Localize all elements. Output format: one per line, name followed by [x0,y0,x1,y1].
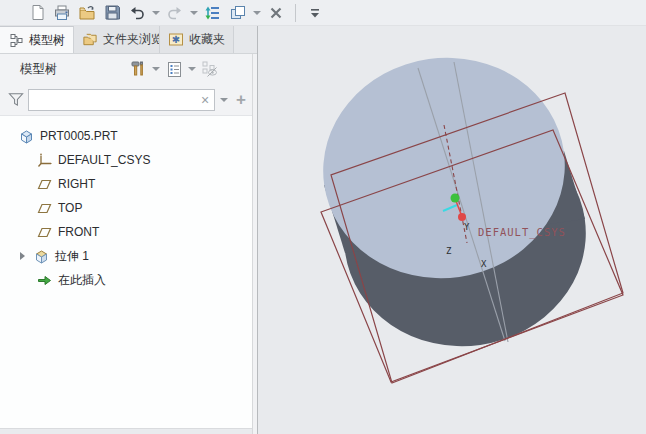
csys-icon [36,152,52,168]
tree-hide-items-icon [199,58,221,80]
navigator-tabbar: 模型树 文件夹浏览器 ✱ 收藏夹 [0,26,257,54]
windows-dropdown-icon[interactable] [253,11,261,15]
tree-search-input[interactable] [29,91,196,109]
datum-plane-icon [36,224,52,240]
datum-plane-icon [36,176,52,192]
axis-label-x: X [481,259,487,269]
tree-item-label: PRT0005.PRT [40,129,118,143]
new-file-icon[interactable] [26,2,48,24]
regenerate-icon[interactable] [202,2,224,24]
tree-item-label: FRONT [58,225,99,239]
quick-access-toolbar [0,0,646,26]
csys-origin-point [451,194,460,203]
save-icon[interactable] [101,2,123,24]
csys-y-point [458,213,466,221]
model-canvas: Y Z X DEFAULT_CSYS [258,26,646,434]
main-area: 模型树 文件夹浏览器 ✱ 收藏夹 模型树 [0,26,646,434]
part-icon [18,128,34,144]
extrude-icon [33,248,49,264]
tab-folder-browser-label: 文件夹浏览器 [103,31,160,48]
tab-folder-browser[interactable]: 文件夹浏览器 [74,26,160,53]
open-icon[interactable] [76,2,98,24]
csys-name-label[interactable]: DEFAULT_CSYS [478,226,566,239]
toolbar-separator [295,4,296,22]
windows-icon[interactable] [227,2,249,24]
print-icon[interactable] [51,2,73,24]
model-tree-title: 模型树 [20,61,58,78]
graphics-viewport[interactable]: Y Z X DEFAULT_CSYS [258,26,646,434]
folders-icon [82,32,98,48]
tree-item-part[interactable]: PRT0005.PRT [0,124,257,148]
add-filter-icon[interactable]: + [233,91,249,108]
tree-filter-row: × + [0,84,257,116]
tree-item-label: DEFAULT_CSYS [58,153,150,167]
undo-dropdown-icon[interactable] [152,11,160,15]
model-tree-header: 模型树 [0,54,257,84]
tree-item-default-csys[interactable]: DEFAULT_CSYS [0,148,257,172]
svg-text:✱: ✱ [172,34,180,45]
tree-item-front-plane[interactable]: FRONT [0,220,257,244]
tree-item-extrude[interactable]: 拉伸 1 [0,244,257,268]
tree-item-right-plane[interactable]: RIGHT [0,172,257,196]
expand-arrow-icon[interactable] [20,252,25,260]
tree-item-label: RIGHT [58,177,95,191]
panel-bottom-strip [0,428,257,434]
tab-favorites-label: 收藏夹 [189,31,225,48]
redo-icon[interactable] [164,2,186,24]
favorites-icon: ✱ [168,32,184,48]
search-dropdown-icon[interactable] [220,98,228,102]
tab-model-tree[interactable]: 模型树 [0,26,74,53]
datum-plane-icon [36,200,52,216]
tab-favorites[interactable]: ✱ 收藏夹 [160,26,234,53]
tree-item-top-plane[interactable]: TOP [0,196,257,220]
tree-settings-dropdown-icon[interactable] [188,67,196,71]
tab-model-tree-label: 模型树 [29,32,65,49]
insert-here-icon [36,272,52,288]
model-tree-icon [8,32,24,48]
close-icon[interactable] [265,2,287,24]
axis-label-y: Y [464,222,470,232]
tree-scrollbar[interactable] [252,54,257,434]
tree-search-wrap: × [28,89,215,111]
tree-item-label: TOP [58,201,82,215]
toolbar-overflow-icon[interactable] [304,2,326,24]
app-window: 模型树 文件夹浏览器 ✱ 收藏夹 模型树 [0,0,646,434]
model-tree: PRT0005.PRT DEFAULT_CSYS RIGHT [0,116,257,428]
tree-tools-icon[interactable] [127,58,149,80]
filter-funnel-icon[interactable] [8,92,24,108]
navigator-panel: 模型树 文件夹浏览器 ✱ 收藏夹 模型树 [0,26,258,434]
redo-dropdown-icon[interactable] [190,11,198,15]
tree-item-insert-here[interactable]: 在此插入 [0,268,257,292]
undo-icon[interactable] [126,2,148,24]
axis-label-z: Z [446,246,452,256]
tree-tools-dropdown-icon[interactable] [152,67,160,71]
tree-item-label: 拉伸 1 [55,248,89,265]
clear-search-icon[interactable]: × [196,93,214,107]
tree-settings-icon[interactable] [163,58,185,80]
tree-item-label: 在此插入 [58,272,106,289]
